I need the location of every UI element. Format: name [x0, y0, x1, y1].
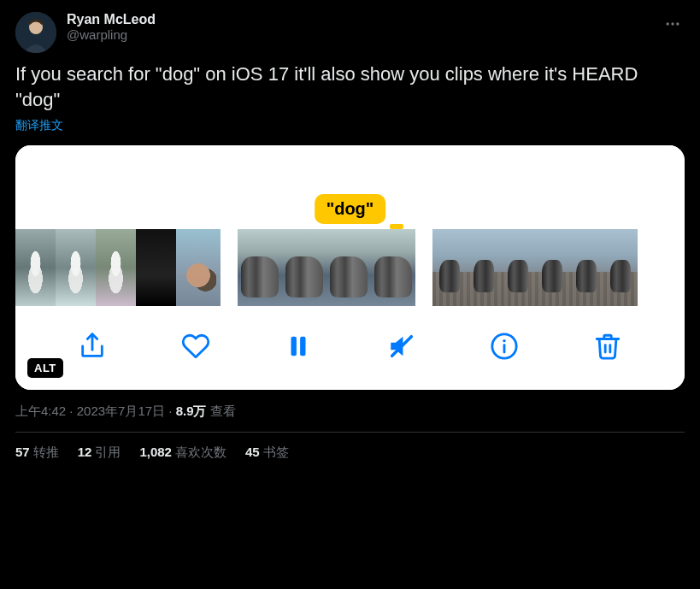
- clip-thumbnail[interactable]: [569, 229, 603, 306]
- clip-thumbnail[interactable]: [176, 229, 221, 306]
- clip-thumbnail[interactable]: [326, 229, 371, 306]
- clip-thumbnail[interactable]: [136, 229, 176, 306]
- svg-point-10: [503, 339, 506, 342]
- info-icon[interactable]: [486, 328, 522, 364]
- tweet-time[interactable]: 上午4:42: [15, 403, 66, 418]
- svg-point-4: [676, 22, 679, 25]
- media-whitespace: "dog": [15, 145, 685, 229]
- clip-thumbnail[interactable]: [603, 229, 638, 306]
- clip-thumbnail[interactable]: [282, 229, 326, 306]
- translate-link[interactable]: 翻译推文: [15, 118, 63, 133]
- share-icon[interactable]: [74, 328, 110, 364]
- alt-badge[interactable]: ALT: [27, 358, 63, 378]
- tweet-container: Ryan McLeod @warpling If you search for …: [0, 0, 700, 473]
- tweet-meta: 上午4:42 · 2023年7月17日 · 8.9万 查看: [15, 403, 685, 433]
- clip-group: [238, 229, 415, 306]
- views-count: 8.9万: [176, 403, 207, 418]
- svg-point-3: [671, 22, 674, 25]
- retweets-stat[interactable]: 57转推: [15, 445, 59, 461]
- clip-group: [432, 229, 638, 306]
- heart-icon[interactable]: [178, 328, 214, 364]
- clip-thumbnail[interactable]: [535, 229, 569, 306]
- video-timeline[interactable]: [15, 229, 685, 311]
- handle: @warpling: [67, 27, 650, 42]
- media-card[interactable]: "dog": [15, 145, 685, 390]
- clip-thumbnail[interactable]: [56, 229, 96, 306]
- tweet-date[interactable]: 2023年7月17日: [77, 403, 165, 418]
- clip-thumbnail[interactable]: [501, 229, 535, 306]
- clip-thumbnail[interactable]: [238, 229, 282, 306]
- tweet-header: Ryan McLeod @warpling: [15, 12, 685, 53]
- media-controls: [15, 311, 685, 390]
- author-names[interactable]: Ryan McLeod @warpling: [67, 12, 650, 42]
- clip-thumbnail[interactable]: [15, 229, 56, 306]
- tweet-text: If you search for "dog" on iOS 17 it'll …: [15, 62, 685, 112]
- clip-thumbnail[interactable]: [96, 229, 136, 306]
- avatar[interactable]: [15, 12, 56, 53]
- mute-icon[interactable]: [384, 328, 420, 364]
- clip-thumbnail[interactable]: [432, 229, 467, 306]
- bookmarks-stat[interactable]: 45书签: [245, 445, 289, 461]
- caption-bubble: "dog": [315, 194, 386, 224]
- views-label: 查看: [207, 403, 236, 418]
- display-name: Ryan McLeod: [67, 12, 650, 27]
- pause-icon[interactable]: [280, 328, 316, 364]
- likes-stat[interactable]: 1,082喜欢次数: [139, 445, 226, 461]
- clip-thumbnail[interactable]: [467, 229, 501, 306]
- more-icon[interactable]: [661, 12, 685, 39]
- quotes-stat[interactable]: 12引用: [78, 445, 121, 461]
- svg-rect-5: [291, 337, 297, 356]
- svg-rect-6: [300, 337, 305, 356]
- clip-thumbnail[interactable]: [371, 229, 415, 306]
- clip-group: [15, 229, 221, 306]
- svg-point-2: [667, 22, 669, 25]
- tweet-stats: 57转推 12引用 1,082喜欢次数 45书签: [15, 433, 685, 473]
- trash-icon[interactable]: [590, 328, 626, 364]
